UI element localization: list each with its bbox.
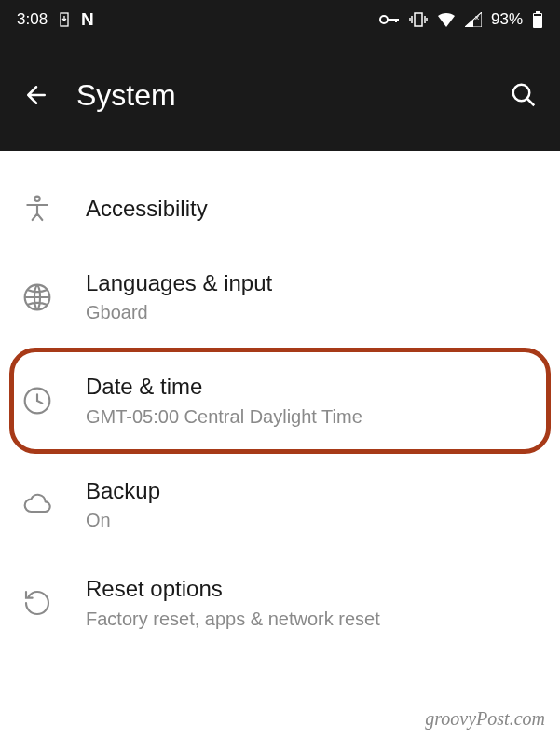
- svg-point-7: [513, 85, 530, 102]
- battery-icon: [532, 11, 543, 28]
- clock-icon: [22, 386, 52, 416]
- svg-text:x: x: [475, 13, 479, 21]
- list-item-reset[interactable]: Reset options Factory reset, apps & netw…: [0, 554, 560, 651]
- watermark: groovyPost.com: [425, 708, 545, 730]
- item-subtitle: Gboard: [86, 300, 538, 325]
- svg-point-8: [34, 197, 39, 201]
- item-title: Reset options: [86, 574, 538, 604]
- settings-list: Accessibility Languages & input Gboard D…: [0, 151, 560, 652]
- search-icon[interactable]: [510, 81, 538, 109]
- item-title: Accessibility: [86, 194, 538, 224]
- key-icon: [379, 12, 400, 27]
- svg-rect-5: [536, 11, 540, 14]
- svg-rect-6: [534, 14, 541, 16]
- vibrate-icon: [409, 11, 428, 28]
- wifi-icon: [437, 12, 456, 27]
- list-item-accessibility[interactable]: Accessibility: [0, 170, 560, 248]
- item-title: Date & time: [86, 372, 538, 402]
- app-letter-icon: N: [81, 9, 94, 30]
- item-subtitle: On: [86, 508, 538, 533]
- app-header: System: [0, 39, 560, 151]
- list-item-backup[interactable]: Backup On: [0, 456, 560, 554]
- list-item-date-time[interactable]: Date & time GMT-05:00 Central Daylight T…: [0, 351, 560, 449]
- battery-pct: 93%: [491, 10, 523, 29]
- item-subtitle: GMT-05:00 Central Daylight Time: [86, 404, 538, 430]
- list-item-languages[interactable]: Languages & input Gboard: [0, 248, 560, 346]
- cloud-icon: [22, 489, 52, 519]
- reset-icon: [22, 588, 52, 618]
- status-time: 3:08: [17, 10, 48, 29]
- accessibility-icon: [22, 194, 52, 224]
- item-title: Backup: [86, 476, 538, 506]
- back-icon[interactable]: [22, 81, 50, 109]
- globe-icon: [22, 282, 52, 312]
- item-subtitle: Factory reset, apps & network reset: [86, 607, 538, 632]
- status-bar: 3:08 N x 93%: [0, 0, 560, 39]
- signal-icon: x: [465, 12, 482, 27]
- item-title: Languages & input: [86, 268, 538, 298]
- svg-point-1: [380, 16, 388, 23]
- download-icon: [57, 12, 72, 27]
- svg-rect-2: [415, 13, 422, 26]
- page-title: System: [76, 78, 176, 113]
